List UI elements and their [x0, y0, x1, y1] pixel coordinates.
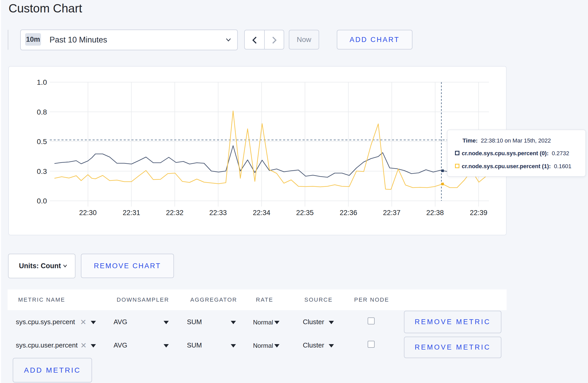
- svg-text:0.3: 0.3: [37, 167, 47, 175]
- svg-text:22:36: 22:36: [340, 209, 357, 217]
- svg-text:22:38: 22:38: [426, 209, 444, 217]
- svg-text:0.0: 0.0: [37, 197, 47, 205]
- svg-text:22:35: 22:35: [296, 209, 314, 217]
- svg-text:22:39: 22:39: [470, 209, 487, 217]
- svg-text:22:31: 22:31: [123, 209, 140, 217]
- svg-text:0.5: 0.5: [37, 138, 47, 146]
- svg-text:22:37: 22:37: [383, 209, 401, 217]
- svg-text:22:33: 22:33: [209, 209, 227, 217]
- svg-text:0.8: 0.8: [37, 108, 47, 116]
- svg-text:22:32: 22:32: [166, 209, 184, 217]
- svg-text:22:30: 22:30: [79, 209, 97, 217]
- svg-text:22:34: 22:34: [253, 209, 270, 217]
- svg-text:1.0: 1.0: [37, 78, 47, 86]
